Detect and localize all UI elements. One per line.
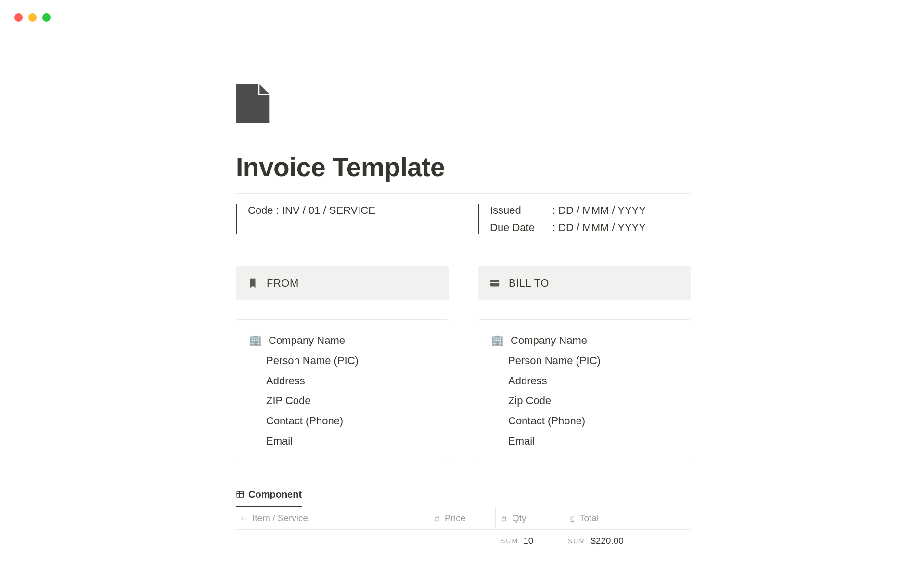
from-heading: FROM (267, 277, 299, 289)
page-title[interactable]: Invoice Template (236, 152, 691, 183)
divider (236, 478, 691, 478)
office-building-icon: 🏢 (491, 330, 504, 351)
col-qty[interactable]: Qty (496, 507, 563, 529)
due-date-label: Due Date (490, 222, 552, 234)
credit-card-icon (489, 278, 500, 289)
col-spacer (640, 507, 691, 529)
from-card[interactable]: 🏢 Company Name Person Name (PIC) Address… (236, 319, 449, 462)
tab-component[interactable]: Component (236, 487, 302, 502)
from-column: FROM 🏢 Company Name Person Name (PIC) Ad… (236, 266, 449, 462)
from-email: Email (249, 431, 436, 451)
sum-label: SUM (500, 537, 518, 545)
office-building-icon: 🏢 (249, 330, 262, 351)
tab-component-label: Component (248, 489, 302, 500)
svg-marker-1 (259, 84, 269, 94)
from-zip: ZIP Code (249, 391, 436, 411)
from-address: Address (249, 371, 436, 391)
bill-to-heading: BILL TO (509, 277, 549, 289)
col-item-label: Item / Service (252, 513, 308, 524)
title-property-icon: Aa (241, 514, 248, 522)
close-window-button[interactable] (14, 13, 23, 22)
sum-qty-value: 10 (523, 536, 533, 546)
issued-label: Issued (490, 204, 552, 217)
col-price-label: Price (445, 513, 465, 524)
number-property-icon (433, 514, 441, 522)
sum-qty-cell[interactable]: SUM 10 (496, 536, 563, 546)
minimize-window-button[interactable] (28, 13, 37, 22)
svg-rect-3 (490, 282, 499, 283)
invoice-dates-block[interactable]: Issued : DD / MMM / YYYY Due Date : DD /… (478, 204, 691, 234)
bill-to-card[interactable]: 🏢 Company Name Person Name (PIC) Address… (478, 319, 691, 462)
invoice-code-block[interactable]: Code : INV / 01 / SERVICE (236, 204, 449, 234)
number-property-icon (500, 514, 508, 522)
due-date-value: : DD / MMM / YYYY (552, 222, 646, 234)
table-header-row: Aa Item / Service Price Qty (236, 507, 691, 530)
line-items-database: Component Aa Item / Service Price (236, 478, 691, 546)
from-company: Company Name (269, 330, 345, 351)
svg-line-11 (438, 516, 438, 521)
from-contact: Contact (Phone) (249, 411, 436, 431)
app-window: Invoice Template Code : INV / 01 / SERVI… (0, 0, 924, 578)
window-controls (14, 13, 51, 22)
fullscreen-window-button[interactable] (42, 13, 51, 22)
svg-rect-4 (237, 491, 244, 497)
col-total[interactable]: Total (563, 507, 640, 529)
col-item[interactable]: Aa Item / Service (236, 507, 428, 529)
bookmark-icon (247, 278, 258, 289)
divider (236, 249, 691, 249)
sum-total-value: $220.00 (590, 536, 624, 546)
svg-line-14 (503, 516, 503, 521)
parties-section: FROM 🏢 Company Name Person Name (PIC) Ad… (236, 266, 691, 462)
from-heading-callout[interactable]: FROM (236, 266, 449, 300)
from-person: Person Name (PIC) (249, 351, 436, 371)
col-total-label: Total (579, 513, 599, 524)
sum-total-cell[interactable]: SUM $220.00 (563, 536, 640, 546)
svg-line-10 (436, 516, 436, 521)
page-icon[interactable] (236, 84, 270, 123)
billto-address: Address (491, 371, 678, 391)
bill-to-heading-callout[interactable]: BILL TO (478, 266, 691, 300)
issued-value: : DD / MMM / YYYY (552, 204, 646, 217)
col-price[interactable]: Price (428, 507, 496, 529)
billto-contact: Contact (Phone) (491, 411, 678, 431)
billto-email: Email (491, 431, 678, 451)
billto-person: Person Name (PIC) (491, 351, 678, 371)
svg-line-15 (505, 516, 506, 521)
table-sum-row: SUM 10 SUM $220.00 (236, 530, 691, 546)
sum-label: SUM (568, 537, 586, 545)
billto-zip: Zip Code (491, 391, 678, 411)
document-page: Invoice Template Code : INV / 01 / SERVI… (236, 84, 691, 546)
invoice-code: Code : INV / 01 / SERVICE (248, 204, 375, 216)
svg-text:Aa: Aa (241, 516, 246, 521)
col-qty-label: Qty (512, 513, 526, 524)
formula-property-icon (568, 514, 576, 522)
billto-company: Company Name (511, 330, 587, 351)
table-icon (236, 490, 244, 499)
invoice-meta: Code : INV / 01 / SERVICE Issued : DD / … (236, 194, 691, 249)
database-tabs: Component (236, 487, 691, 507)
bill-to-column: BILL TO 🏢 Company Name Person Name (PIC)… (478, 266, 691, 462)
